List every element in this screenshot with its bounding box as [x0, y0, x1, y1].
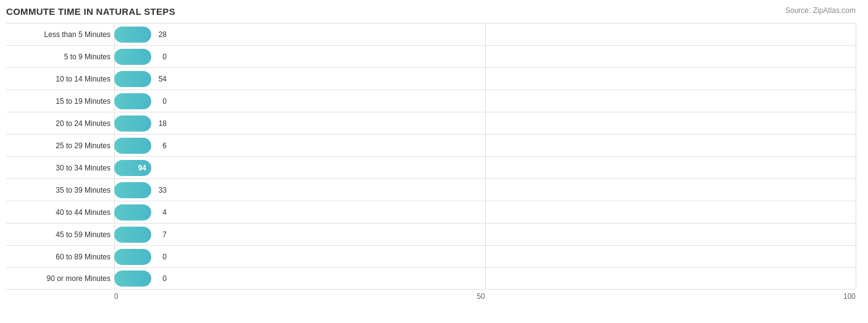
bar-value: 54 [159, 75, 167, 83]
bar-value: 0 [162, 97, 167, 106]
bar-row: 25 to 29 Minutes6 [6, 134, 856, 156]
bar-container: 0 [114, 268, 856, 289]
bar-row: 90 or more Minutes0 [6, 267, 856, 290]
x-axis-labels: 050100 [114, 292, 856, 301]
bar-row: 15 to 19 Minutes0 [6, 90, 856, 112]
row-label: 45 to 59 Minutes [6, 230, 114, 239]
x-axis-label: 100 [843, 292, 856, 301]
x-axis-label: 0 [114, 292, 119, 301]
bar-row: 30 to 34 Minutes94 [6, 156, 856, 178]
bar-value: 0 [162, 253, 167, 261]
row-label: 35 to 39 Minutes [6, 186, 114, 195]
bar-value: 6 [162, 141, 167, 150]
row-label: 15 to 19 Minutes [6, 97, 114, 106]
bar-row: 20 to 24 Minutes18 [6, 112, 856, 134]
bar-container: 0 [114, 246, 856, 267]
bar-wrapper: 0 [114, 249, 151, 265]
bar: 7 [114, 227, 151, 243]
bar-wrapper: 4 [114, 204, 151, 220]
bar-container: 6 [114, 135, 856, 156]
bar: 0 [114, 93, 151, 109]
bar: 6 [114, 138, 151, 154]
bar-container: 94 [114, 157, 856, 178]
bar-container: 0 [114, 90, 856, 112]
source-label: Source: ZipAtlas.com [785, 6, 856, 15]
bar-value: 4 [162, 208, 167, 217]
row-label: 20 to 24 Minutes [6, 119, 114, 128]
bar: 54 [114, 71, 151, 87]
row-label: 5 to 9 Minutes [6, 52, 114, 61]
bar-row: 45 to 59 Minutes7 [6, 223, 856, 245]
bar-container: 7 [114, 224, 856, 245]
bar-row: 40 to 44 Minutes4 [6, 201, 856, 223]
bar-wrapper: 6 [114, 138, 151, 154]
bar-row: 60 to 89 Minutes0 [6, 245, 856, 267]
chart-body: Less than 5 Minutes285 to 9 Minutes010 t… [6, 23, 856, 290]
bar-value: 0 [162, 274, 167, 283]
row-label: 25 to 29 Minutes [6, 141, 114, 150]
bar: 0 [114, 271, 151, 287]
row-label: 60 to 89 Minutes [6, 253, 114, 261]
bar: 18 [114, 115, 151, 132]
bar-wrapper: 0 [114, 93, 151, 109]
bar-wrapper: 7 [114, 227, 151, 243]
bar: 4 [114, 204, 151, 220]
bar-row: 10 to 14 Minutes54 [6, 67, 856, 90]
x-axis: 050100 [6, 292, 856, 301]
bar-wrapper: 0 [114, 49, 151, 65]
bar-wrapper: 28 [114, 27, 151, 43]
grid-line [856, 23, 856, 290]
row-label: 90 or more Minutes [6, 274, 114, 283]
bar: 33 [114, 182, 151, 198]
row-label: 10 to 14 Minutes [6, 75, 114, 83]
bar-row: Less than 5 Minutes28 [6, 23, 856, 45]
bar-container: 28 [114, 23, 856, 45]
row-label: Less than 5 Minutes [6, 30, 114, 39]
bar: 28 [114, 27, 151, 43]
bar-row: 5 to 9 Minutes0 [6, 45, 856, 67]
bar-value: 18 [159, 119, 167, 128]
bar-container: 33 [114, 179, 856, 201]
bar-value: 7 [162, 230, 167, 239]
bar-container: 18 [114, 112, 856, 134]
bar-value: 33 [159, 186, 167, 195]
bar-row: 35 to 39 Minutes33 [6, 178, 856, 201]
bar-wrapper: 18 [114, 115, 151, 132]
bar-value: 0 [162, 52, 167, 61]
bar-value: 28 [159, 30, 167, 39]
bar: 0 [114, 249, 151, 265]
bar: 94 [114, 160, 151, 176]
bar-wrapper: 54 [114, 71, 151, 87]
bar-container: 54 [114, 68, 856, 90]
bar-value: 94 [138, 164, 146, 172]
bar-wrapper: 94 [114, 160, 151, 176]
chart-title: COMMUTE TIME IN NATURAL STEPS [6, 6, 175, 17]
bar-wrapper: 33 [114, 182, 151, 198]
bar-wrapper: 0 [114, 271, 151, 287]
row-label: 40 to 44 Minutes [6, 208, 114, 217]
bar: 0 [114, 49, 151, 65]
x-axis-label: 50 [477, 292, 485, 301]
bar-container: 0 [114, 46, 856, 67]
row-label: 30 to 34 Minutes [6, 164, 114, 172]
bar-container: 4 [114, 201, 856, 223]
